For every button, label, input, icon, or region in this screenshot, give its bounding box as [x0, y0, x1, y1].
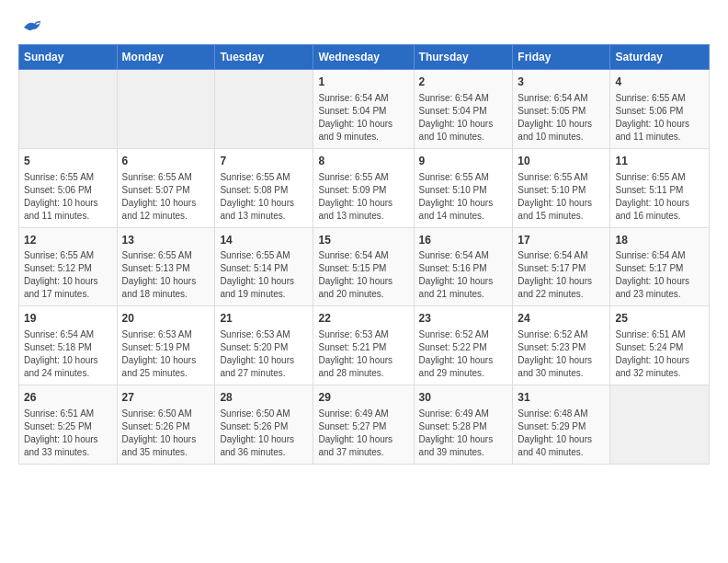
day-number: 22	[318, 311, 408, 327]
day-number: 8	[318, 154, 408, 169]
calendar-week-row: 12Sunrise: 6:55 AM Sunset: 5:12 PM Dayli…	[19, 227, 710, 306]
calendar-week-row: 1Sunrise: 6:54 AM Sunset: 5:04 PM Daylig…	[19, 70, 710, 149]
day-info: Sunrise: 6:55 AM Sunset: 5:06 PM Dayligh…	[615, 92, 704, 144]
weekday-header-saturday: Saturday	[610, 45, 710, 70]
calendar-cell: 18Sunrise: 6:54 AM Sunset: 5:17 PM Dayli…	[610, 227, 710, 306]
calendar-cell: 11Sunrise: 6:55 AM Sunset: 5:11 PM Dayli…	[610, 148, 710, 227]
day-number: 17	[518, 233, 605, 248]
day-number: 29	[318, 390, 408, 406]
logo-bird-icon	[22, 18, 42, 39]
day-number: 31	[518, 390, 605, 406]
day-info: Sunrise: 6:55 AM Sunset: 5:10 PM Dayligh…	[419, 171, 508, 223]
day-number: 28	[220, 390, 308, 406]
calendar-cell: 21Sunrise: 6:53 AM Sunset: 5:20 PM Dayli…	[215, 306, 313, 385]
day-info: Sunrise: 6:55 AM Sunset: 5:06 PM Dayligh…	[24, 171, 112, 223]
weekday-header-wednesday: Wednesday	[313, 45, 414, 70]
calendar-cell: 27Sunrise: 6:50 AM Sunset: 5:26 PM Dayli…	[117, 385, 215, 465]
day-info: Sunrise: 6:55 AM Sunset: 5:12 PM Dayligh…	[24, 249, 112, 301]
day-number: 14	[220, 233, 308, 248]
day-number: 1	[318, 75, 408, 90]
day-info: Sunrise: 6:48 AM Sunset: 5:29 PM Dayligh…	[518, 408, 605, 459]
day-number: 3	[518, 75, 605, 90]
logo	[18, 18, 42, 35]
day-info: Sunrise: 6:54 AM Sunset: 5:17 PM Dayligh…	[615, 249, 704, 301]
day-number: 2	[419, 75, 508, 90]
calendar-cell: 31Sunrise: 6:48 AM Sunset: 5:29 PM Dayli…	[513, 385, 610, 465]
calendar-week-row: 26Sunrise: 6:51 AM Sunset: 5:25 PM Dayli…	[19, 385, 710, 465]
calendar-cell	[215, 70, 313, 149]
calendar-cell: 12Sunrise: 6:55 AM Sunset: 5:12 PM Dayli…	[19, 227, 118, 306]
calendar-cell: 7Sunrise: 6:55 AM Sunset: 5:08 PM Daylig…	[215, 148, 313, 227]
calendar-cell: 13Sunrise: 6:55 AM Sunset: 5:13 PM Dayli…	[117, 227, 215, 306]
weekday-header-row: SundayMondayTuesdayWednesdayThursdayFrid…	[19, 45, 710, 70]
day-info: Sunrise: 6:51 AM Sunset: 5:25 PM Dayligh…	[24, 408, 112, 459]
calendar-cell: 24Sunrise: 6:52 AM Sunset: 5:23 PM Dayli…	[513, 306, 610, 385]
weekday-header-friday: Friday	[513, 45, 610, 70]
day-number: 30	[419, 390, 508, 406]
calendar-week-row: 5Sunrise: 6:55 AM Sunset: 5:06 PM Daylig…	[19, 148, 710, 227]
calendar-cell: 8Sunrise: 6:55 AM Sunset: 5:09 PM Daylig…	[313, 148, 414, 227]
day-info: Sunrise: 6:55 AM Sunset: 5:13 PM Dayligh…	[122, 249, 210, 301]
day-number: 23	[419, 311, 508, 327]
day-number: 15	[318, 233, 408, 248]
calendar-cell: 17Sunrise: 6:54 AM Sunset: 5:17 PM Dayli…	[513, 227, 610, 306]
calendar-cell: 2Sunrise: 6:54 AM Sunset: 5:04 PM Daylig…	[414, 70, 513, 149]
day-number: 27	[122, 390, 210, 406]
calendar-cell: 9Sunrise: 6:55 AM Sunset: 5:10 PM Daylig…	[414, 148, 513, 227]
day-number: 6	[122, 154, 210, 169]
calendar-week-row: 19Sunrise: 6:54 AM Sunset: 5:18 PM Dayli…	[19, 306, 710, 385]
calendar-cell: 23Sunrise: 6:52 AM Sunset: 5:22 PM Dayli…	[414, 306, 513, 385]
calendar-cell: 14Sunrise: 6:55 AM Sunset: 5:14 PM Dayli…	[215, 227, 313, 306]
day-info: Sunrise: 6:54 AM Sunset: 5:16 PM Dayligh…	[419, 249, 508, 301]
day-info: Sunrise: 6:55 AM Sunset: 5:11 PM Dayligh…	[615, 171, 704, 223]
weekday-header-tuesday: Tuesday	[215, 45, 313, 70]
day-info: Sunrise: 6:53 AM Sunset: 5:20 PM Dayligh…	[220, 328, 308, 380]
calendar-cell: 30Sunrise: 6:49 AM Sunset: 5:28 PM Dayli…	[414, 385, 513, 465]
calendar-cell: 22Sunrise: 6:53 AM Sunset: 5:21 PM Dayli…	[313, 306, 414, 385]
calendar-table: SundayMondayTuesdayWednesdayThursdayFrid…	[18, 44, 710, 465]
day-info: Sunrise: 6:54 AM Sunset: 5:18 PM Dayligh…	[24, 328, 112, 380]
day-number: 13	[122, 233, 210, 248]
day-number: 20	[122, 311, 210, 327]
day-info: Sunrise: 6:50 AM Sunset: 5:26 PM Dayligh…	[122, 408, 210, 459]
calendar-cell	[117, 70, 215, 149]
day-info: Sunrise: 6:54 AM Sunset: 5:04 PM Dayligh…	[318, 92, 408, 144]
day-info: Sunrise: 6:55 AM Sunset: 5:09 PM Dayligh…	[318, 171, 408, 223]
calendar-cell: 3Sunrise: 6:54 AM Sunset: 5:05 PM Daylig…	[513, 70, 610, 149]
day-info: Sunrise: 6:49 AM Sunset: 5:28 PM Dayligh…	[419, 408, 508, 459]
day-number: 10	[518, 154, 605, 169]
day-info: Sunrise: 6:53 AM Sunset: 5:21 PM Dayligh…	[318, 328, 408, 380]
day-number: 12	[24, 233, 112, 248]
day-number: 7	[220, 154, 308, 169]
weekday-header-sunday: Sunday	[19, 45, 118, 70]
weekday-header-thursday: Thursday	[414, 45, 513, 70]
calendar-cell: 6Sunrise: 6:55 AM Sunset: 5:07 PM Daylig…	[117, 148, 215, 227]
day-number: 26	[24, 390, 112, 406]
day-info: Sunrise: 6:55 AM Sunset: 5:08 PM Dayligh…	[220, 171, 308, 223]
calendar-cell: 19Sunrise: 6:54 AM Sunset: 5:18 PM Dayli…	[19, 306, 118, 385]
page-header	[18, 18, 710, 35]
calendar-cell: 15Sunrise: 6:54 AM Sunset: 5:15 PM Dayli…	[313, 227, 414, 306]
day-info: Sunrise: 6:53 AM Sunset: 5:19 PM Dayligh…	[122, 328, 210, 380]
calendar-cell: 26Sunrise: 6:51 AM Sunset: 5:25 PM Dayli…	[19, 385, 118, 465]
calendar-cell	[610, 385, 710, 465]
day-info: Sunrise: 6:51 AM Sunset: 5:24 PM Dayligh…	[615, 328, 704, 380]
day-info: Sunrise: 6:52 AM Sunset: 5:23 PM Dayligh…	[518, 328, 605, 380]
day-number: 11	[615, 154, 704, 169]
day-number: 5	[24, 154, 112, 169]
day-number: 4	[615, 75, 704, 90]
calendar-cell: 10Sunrise: 6:55 AM Sunset: 5:10 PM Dayli…	[513, 148, 610, 227]
day-info: Sunrise: 6:50 AM Sunset: 5:26 PM Dayligh…	[220, 408, 308, 459]
day-info: Sunrise: 6:55 AM Sunset: 5:07 PM Dayligh…	[122, 171, 210, 223]
calendar-cell	[19, 70, 118, 149]
day-info: Sunrise: 6:49 AM Sunset: 5:27 PM Dayligh…	[318, 408, 408, 459]
calendar-cell: 4Sunrise: 6:55 AM Sunset: 5:06 PM Daylig…	[610, 70, 710, 149]
day-number: 18	[615, 233, 704, 248]
calendar-cell: 29Sunrise: 6:49 AM Sunset: 5:27 PM Dayli…	[313, 385, 414, 465]
day-info: Sunrise: 6:55 AM Sunset: 5:10 PM Dayligh…	[518, 171, 605, 223]
day-number: 24	[518, 311, 605, 327]
day-info: Sunrise: 6:52 AM Sunset: 5:22 PM Dayligh…	[419, 328, 508, 380]
calendar-cell: 28Sunrise: 6:50 AM Sunset: 5:26 PM Dayli…	[215, 385, 313, 465]
calendar-cell: 16Sunrise: 6:54 AM Sunset: 5:16 PM Dayli…	[414, 227, 513, 306]
calendar-cell: 20Sunrise: 6:53 AM Sunset: 5:19 PM Dayli…	[117, 306, 215, 385]
